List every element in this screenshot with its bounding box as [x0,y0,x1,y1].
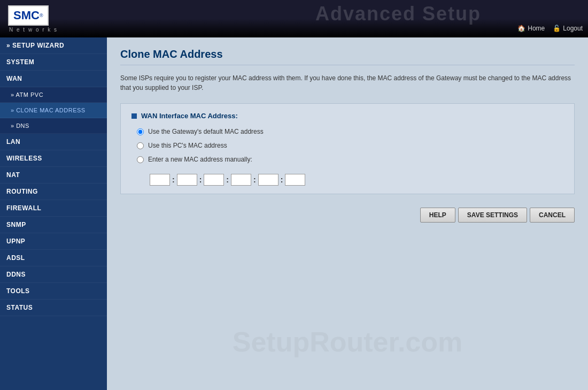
sidebar: » SETUP WIZARDSYSTEMWAN» ATM PVC» Clone … [0,37,107,390]
cancel-button[interactable]: CANCEL [530,208,575,223]
mac-field-1[interactable] [150,174,170,186]
mac-field-2[interactable] [177,174,197,186]
sidebar-item-tools[interactable]: TOOLS [0,283,107,300]
logo-area: SMC® N e t w o r k s [8,5,58,33]
home-link[interactable]: 🏠 Home [517,25,545,32]
sidebar-item-firewall[interactable]: FIREWALL [0,200,107,217]
mac-field-3[interactable] [204,174,224,186]
radio-manual-mac-label: Enter a new MAC address manually: [148,156,252,163]
mac-field-6[interactable] [285,174,305,186]
sidebar-item-status[interactable]: STATUS [0,300,107,316]
sidebar-item-system[interactable]: SYSTEM [0,54,107,71]
logo-registered: ® [40,13,43,18]
sidebar-item-wan[interactable]: WAN [0,71,107,87]
sidebar-item-snmp[interactable]: SNMP [0,217,107,233]
header-title: Advanced Setup [315,3,481,25]
mac-sep-2: : [197,175,204,184]
radio-option-default-mac[interactable]: Use the Gateway's default MAC address [137,128,563,135]
wan-section: WAN Interface MAC Address: Use the Gatew… [120,103,575,194]
radio-pc-mac-label: Use this PC's MAC address [148,142,227,149]
sidebar-item-lan[interactable]: LAN [0,134,107,150]
radio-manual-mac[interactable] [137,156,144,163]
mac-input-row: : : : : : [137,174,563,186]
save-settings-button[interactable]: SAVE SETTINGS [458,208,527,223]
mac-sep-5: : [278,175,285,184]
sidebar-item-clone-mac[interactable]: » Clone MAC Address [0,103,107,118]
mac-field-5[interactable] [258,174,278,186]
page-title: Clone MAC Address [120,48,575,65]
sidebar-item-dns[interactable]: » DNS [0,118,107,134]
radio-option-manual-mac[interactable]: Enter a new MAC address manually: [137,156,563,163]
sidebar-item-routing[interactable]: ROUTING [0,183,107,200]
watermark: SetupRouter.com [233,326,463,358]
radio-default-mac-label: Use the Gateway's default MAC address [148,128,264,135]
logo-box: SMC® [8,5,49,26]
main-content: Clone MAC Address Some ISPs require you … [107,37,588,390]
section-header: WAN Interface MAC Address: [131,112,563,120]
mac-sep-1: : [170,175,177,184]
radio-default-mac[interactable] [137,128,144,135]
description-text: Some ISPs require you to register your M… [120,73,575,93]
header: SMC® N e t w o r k s Advanced Setup 🏠 Ho… [0,0,588,37]
sidebar-item-ddns[interactable]: DDNS [0,266,107,283]
help-button[interactable]: HELP [420,208,455,223]
mac-sep-3: : [224,175,231,184]
mac-sep-4: : [251,175,258,184]
sidebar-item-nat[interactable]: NAT [0,167,107,183]
sidebar-item-atm-pvc[interactable]: » ATM PVC [0,87,107,103]
radio-group: Use the Gateway's default MAC address Us… [131,128,563,186]
logout-icon: 🔓 [553,25,561,32]
logout-link[interactable]: 🔓 Logout [553,25,583,32]
home-icon: 🏠 [517,25,525,32]
logo-networks: N e t w o r k s [8,27,58,33]
buttons-row: HELP SAVE SETTINGS CANCEL [120,208,575,223]
sidebar-item-upnp[interactable]: UPnP [0,233,107,250]
sidebar-item-adsl[interactable]: ADSL [0,250,107,266]
sidebar-item-setup-wizard[interactable]: » SETUP WIZARD [0,37,107,54]
radio-pc-mac[interactable] [137,142,144,149]
radio-option-pc-mac[interactable]: Use this PC's MAC address [137,142,563,149]
section-header-icon [131,113,137,119]
sidebar-item-wireless[interactable]: WIRELESS [0,150,107,167]
smc-logo: SMC [13,9,40,22]
section-header-label: WAN Interface MAC Address: [141,112,238,120]
header-nav: 🏠 Home 🔓 Logout [517,25,583,32]
mac-field-4[interactable] [231,174,251,186]
layout: » SETUP WIZARDSYSTEMWAN» ATM PVC» Clone … [0,37,588,390]
